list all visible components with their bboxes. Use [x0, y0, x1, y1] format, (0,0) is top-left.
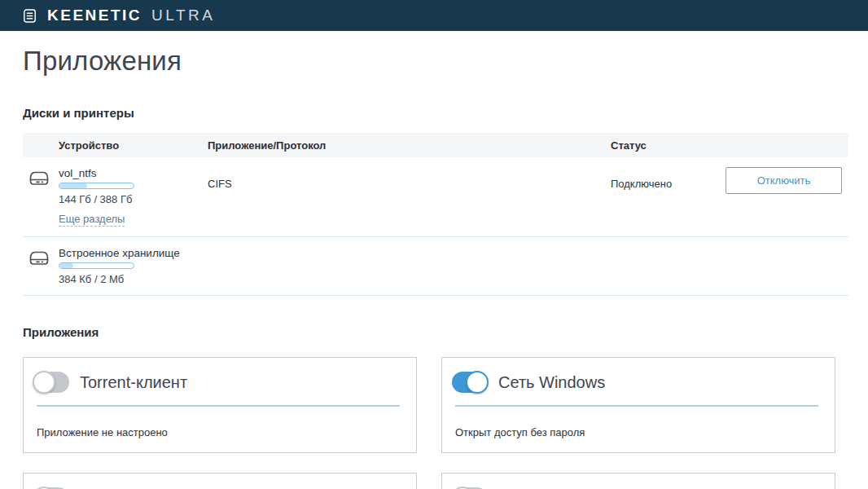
hard-drive-icon — [28, 247, 50, 270]
main-content: Приложения Диски и принтеры Устройство П… — [0, 46, 868, 489]
usage-progressbar — [59, 262, 134, 269]
device-cell: Встроенное хранилище 384 Кб / 2 Мб — [59, 247, 208, 285]
card-label: Torrent-клиент — [80, 373, 187, 392]
usage-label: 144 Гб / 388 Гб — [59, 193, 208, 205]
card-apple-network: Сеть Apple — [441, 473, 835, 489]
usage-label: 384 Кб / 2 Мб — [59, 273, 208, 285]
card-windows-network: Сеть Windows Открыт доступ без пароля — [441, 357, 835, 453]
column-device: Устройство — [59, 139, 208, 152]
column-status: Статус — [611, 139, 726, 152]
column-protocol: Приложение/Протокол — [208, 139, 611, 152]
card-label: Сеть Windows — [498, 373, 605, 392]
brand-model: ULTRA — [151, 7, 215, 24]
card-status: Приложение не настроено — [37, 426, 403, 438]
status-label: Подключено — [611, 167, 726, 190]
table-row-internal-storage: Встроенное хранилище 384 Кб / 2 Мб — [23, 237, 848, 296]
disconnect-button[interactable]: Отключить — [726, 167, 842, 194]
card-torrent-client: Torrent-клиент Приложение не настроено — [23, 357, 417, 453]
usage-progressbar — [59, 183, 134, 189]
windows-network-toggle[interactable] — [452, 372, 488, 393]
card-divider — [37, 405, 400, 407]
card-divider — [455, 405, 818, 407]
menu-icon[interactable] — [22, 8, 37, 24]
protocol-label: CIFS — [208, 167, 611, 190]
device-name: Встроенное хранилище — [59, 247, 208, 259]
card-dlna-media: Медиатека DLNA — [23, 473, 417, 489]
torrent-client-toggle[interactable] — [33, 372, 69, 393]
app-header: KEENETIC ULTRA — [0, 0, 868, 31]
device-cell: vol_ntfs 144 Гб / 388 Гб Еще разделы — [59, 167, 208, 227]
disks-table: Устройство Приложение/Протокол Статус vo… — [23, 133, 848, 296]
apps-section-title: Приложения — [23, 325, 868, 339]
usage-progress-fill — [59, 263, 73, 268]
more-partitions-link[interactable]: Еще разделы — [59, 213, 125, 227]
device-name: vol_ntfs — [59, 167, 208, 179]
disks-table-header: Устройство Приложение/Протокол Статус — [23, 133, 848, 157]
toggle-knob — [33, 371, 55, 394]
brand-logo: KEENETIC — [47, 7, 142, 24]
usage-progress-fill — [59, 183, 87, 188]
table-row-vol-ntfs: vol_ntfs 144 Гб / 388 Гб Еще разделы CIF… — [23, 157, 848, 237]
hard-drive-icon — [28, 167, 50, 190]
page-title: Приложения — [23, 46, 868, 77]
disks-section-title: Диски и принтеры — [23, 106, 868, 120]
card-status: Открыт доступ без пароля — [455, 426, 822, 438]
app-cards-grid: Torrent-клиент Приложение не настроено С… — [23, 357, 835, 489]
toggle-knob — [466, 371, 489, 394]
